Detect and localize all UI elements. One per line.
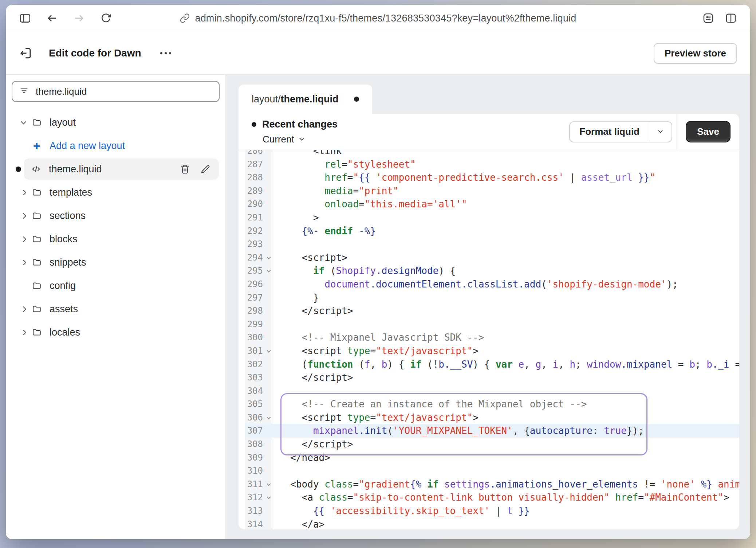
fold-icon[interactable] xyxy=(267,482,271,486)
code-line-308[interactable]: 308 </script> xyxy=(239,438,739,451)
delete-icon[interactable] xyxy=(180,164,190,175)
save-button[interactable]: Save xyxy=(686,121,731,142)
code-text: </head> xyxy=(272,451,739,465)
code-line-303[interactable]: 303 </script> xyxy=(239,371,739,384)
sidebar-item-snippets[interactable]: snippets xyxy=(12,251,220,274)
format-liquid-caret[interactable] xyxy=(649,122,672,142)
code-line-291[interactable]: 291 > xyxy=(239,211,739,224)
code-line-310[interactable]: 310 xyxy=(239,464,739,478)
code-line-286[interactable]: 286 <link xyxy=(239,150,739,158)
exit-icon[interactable] xyxy=(19,46,33,60)
code-line-307[interactable]: 307 mixpanel.init('YOUR_MIXPANEL_TOKEN',… xyxy=(239,424,739,438)
code-line-311[interactable]: 311 <body class="gradient{% if settings.… xyxy=(239,478,739,491)
editor-pane: layout/theme.liquid Recent changes Curre… xyxy=(226,75,750,539)
code-text: <!-- Create an instance of the Mixpanel … xyxy=(272,398,739,411)
folder-icon xyxy=(30,188,44,197)
code-text: <script type="text/javascript"> xyxy=(272,344,739,358)
line-number: 310 xyxy=(239,464,272,478)
address-bar[interactable]: admin.shopify.com/store/rzq1xu-f5/themes… xyxy=(180,5,576,32)
reload-icon[interactable] xyxy=(100,12,112,24)
format-liquid-button[interactable]: Format liquid xyxy=(569,121,672,142)
fold-icon[interactable] xyxy=(267,415,271,419)
chevron-right-icon[interactable] xyxy=(17,261,30,265)
line-number: 313 xyxy=(239,504,272,518)
fold-icon[interactable] xyxy=(267,269,271,273)
sidebar-item-blocks[interactable]: blocks xyxy=(12,227,220,251)
code-text: </a> xyxy=(272,518,739,529)
file-search-box[interactable] xyxy=(12,81,220,102)
code-line-295[interactable]: 295 if (Shopify.designMode) { xyxy=(239,264,739,278)
code-line-309[interactable]: 309 </head> xyxy=(239,451,739,465)
code-line-292[interactable]: 292 {%- endif -%} xyxy=(239,224,739,238)
line-number: 293 xyxy=(239,238,272,251)
code-line-301[interactable]: 301 <script type="text/javascript"> xyxy=(239,344,739,358)
line-number: 297 xyxy=(239,291,272,305)
edit-icon[interactable] xyxy=(200,164,211,175)
code-line-296[interactable]: 296 document.documentElement.classList.a… xyxy=(239,278,739,291)
sidebar-item-label: templates xyxy=(50,187,92,198)
code-line-293[interactable]: 293 xyxy=(239,238,739,251)
code-text xyxy=(272,238,739,251)
chevron-right-icon[interactable] xyxy=(17,330,30,334)
chevron-right-icon[interactable] xyxy=(17,191,30,195)
line-number: 306 xyxy=(239,411,272,424)
sidebar-item-config[interactable]: config xyxy=(12,274,220,297)
plus-icon: + xyxy=(30,140,44,152)
code-line-297[interactable]: 297 } xyxy=(239,291,739,305)
fold-icon[interactable] xyxy=(267,495,271,499)
line-number: 291 xyxy=(239,211,272,224)
sidebar-item-sections[interactable]: sections xyxy=(12,204,220,227)
code-line-288[interactable]: 288 href="{{ 'component-predictive-searc… xyxy=(239,171,739,184)
chevron-right-icon[interactable] xyxy=(17,237,30,241)
sidebar-item-add-a-new-layout[interactable]: +Add a new layout xyxy=(12,134,220,157)
tab-theme-liquid[interactable]: layout/theme.liquid xyxy=(239,85,372,114)
code-line-304[interactable]: 304 xyxy=(239,384,739,398)
code-text: <link xyxy=(272,150,739,158)
code-line-294[interactable]: 294 <script> xyxy=(239,251,739,265)
code-text xyxy=(272,384,739,398)
code-line-305[interactable]: 305 <!-- Create an instance of the Mixpa… xyxy=(239,398,739,411)
fold-icon[interactable] xyxy=(267,348,271,352)
preview-store-button[interactable]: Preview store xyxy=(654,43,737,64)
file-actions xyxy=(180,164,220,175)
code-editor[interactable]: 286 <link287 rel="stylesheet"288 href="{… xyxy=(239,150,739,529)
code-line-289[interactable]: 289 media="print" xyxy=(239,184,739,198)
code-text: </script> xyxy=(272,438,739,451)
recent-changes-label: Recent changes xyxy=(262,119,338,130)
fold-icon[interactable] xyxy=(267,255,271,259)
search-input[interactable] xyxy=(36,86,212,97)
code-line-302[interactable]: 302 (function (f, b) { if (!b.__SV) { va… xyxy=(239,358,739,371)
code-line-300[interactable]: 300 <!-- Mixpanel Javascript SDK --> xyxy=(239,331,739,344)
code-line-314[interactable]: 314 </a> xyxy=(239,518,739,529)
code-line-312[interactable]: 312 <a class="skip-to-content-link butto… xyxy=(239,491,739,504)
version-dropdown[interactable]: Current xyxy=(263,134,569,145)
code-line-287[interactable]: 287 rel="stylesheet" xyxy=(239,158,739,171)
sidebar-item-assets[interactable]: assets xyxy=(12,297,220,321)
chevron-right-icon[interactable] xyxy=(17,214,30,218)
back-icon[interactable] xyxy=(46,12,58,24)
sidebar-toggle-icon[interactable] xyxy=(19,12,31,24)
line-number: 288 xyxy=(239,171,272,184)
sidebar-item-label: assets xyxy=(50,304,78,315)
code-line-306[interactable]: 306 <script type="text/javascript"> xyxy=(239,411,739,424)
line-number: 312 xyxy=(239,491,272,504)
chevron-down-icon[interactable] xyxy=(17,121,30,125)
code-line-299[interactable]: 299 xyxy=(239,318,739,331)
folder-icon xyxy=(30,211,44,220)
sidebar-item-theme-liquid[interactable]: theme.liquid xyxy=(12,157,220,181)
sidebar-item-locales[interactable]: locales xyxy=(12,321,220,344)
more-menu-icon[interactable] xyxy=(157,48,175,58)
sidebar-item-templates[interactable]: templates xyxy=(12,181,220,204)
code-line-290[interactable]: 290 onload="this.media='all'" xyxy=(239,197,739,211)
code-line-313[interactable]: 313 {{ 'accessibility.skip_to_text' | t … xyxy=(239,504,739,518)
line-number: 314 xyxy=(239,518,272,529)
code-text: media="print" xyxy=(272,184,739,198)
forward-icon[interactable] xyxy=(73,12,85,24)
sidebar-item-layout[interactable]: layout xyxy=(12,111,220,134)
code-text xyxy=(272,464,739,478)
code-line-298[interactable]: 298 </script> xyxy=(239,304,739,318)
split-view-icon[interactable] xyxy=(725,12,737,24)
extensions-icon[interactable] xyxy=(702,12,714,24)
line-number: 299 xyxy=(239,318,272,331)
chevron-right-icon[interactable] xyxy=(17,307,30,311)
